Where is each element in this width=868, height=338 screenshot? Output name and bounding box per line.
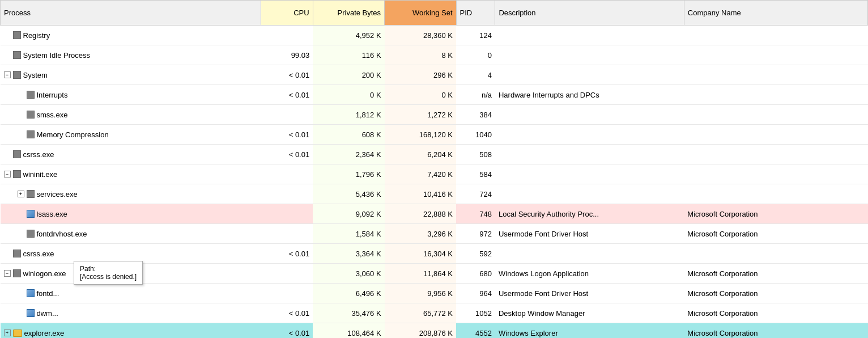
process-name-cell: dwm...	[1, 303, 261, 323]
process-icon	[13, 150, 21, 158]
table-row[interactable]: lsass.exe 9,092 K22,888 K748Local Securi…	[1, 204, 868, 224]
working-set-cell: 8 K	[385, 45, 456, 65]
private-bytes-cell: 1,796 K	[313, 164, 384, 184]
header-working-set[interactable]: Working Set	[385, 1, 456, 26]
table-row[interactable]: fontd... 6,496 K9,956 K964Usermode Font …	[1, 284, 868, 303]
process-icon	[13, 71, 21, 79]
process-icon-blue	[27, 289, 35, 297]
table-row[interactable]: + services.exe 5,436 K10,416 K724	[1, 184, 868, 204]
table-row[interactable]: Registry 4,952 K28,360 K124	[1, 26, 868, 45]
process-name-text: Registry	[23, 31, 50, 40]
process-name-cell: − System	[1, 65, 261, 85]
process-icon	[13, 31, 21, 39]
header-desc-label: Description	[499, 9, 535, 17]
expand-button[interactable]: +	[4, 329, 11, 336]
cpu-cell	[261, 224, 313, 244]
table-row[interactable]: + explorer.exe < 0.01108,464 K208,876 K4…	[1, 323, 868, 339]
private-bytes-cell: 1,584 K	[313, 224, 384, 244]
table-row[interactable]: System Idle Process 99.03116 K8 K0	[1, 45, 868, 65]
table-row[interactable]: Memory Compression < 0.01608 K168,120 K1…	[1, 125, 868, 145]
header-pid[interactable]: PID	[456, 1, 495, 26]
private-bytes-cell: 116 K	[313, 45, 384, 65]
private-bytes-cell: 3,364 K	[313, 244, 384, 264]
process-name-container: lsass.exe	[4, 210, 258, 218]
process-icon	[13, 51, 21, 59]
process-table-wrapper: Process CPU Private Bytes Working Set PI…	[0, 0, 868, 338]
cpu-cell: < 0.01	[261, 323, 313, 339]
pid-cell: 124	[456, 26, 495, 45]
expand-button[interactable]: +	[18, 191, 24, 197]
description-cell	[495, 244, 684, 264]
header-cpu[interactable]: CPU	[261, 1, 313, 26]
company-name-cell: Microsoft Corporation	[684, 323, 867, 339]
private-bytes-cell: 0 K	[313, 85, 384, 105]
process-name-text: dwm...	[37, 309, 58, 318]
pid-cell: 508	[456, 145, 495, 164]
process-icon-blue	[27, 210, 35, 218]
table-row[interactable]: Interrupts < 0.010 K0 Kn/aHardware Inter…	[1, 85, 868, 105]
process-name-cell: csrss.exe	[1, 244, 261, 264]
working-set-cell: 3,296 K	[385, 224, 456, 244]
description-cell: Usermode Font Driver Host	[495, 284, 684, 303]
process-name-text: Interrupts	[37, 91, 68, 99]
pid-cell: 584	[456, 164, 495, 184]
process-name-text: winlogon.exe	[23, 269, 66, 278]
pid-cell: 0	[456, 45, 495, 65]
process-icon	[27, 91, 35, 99]
private-bytes-cell: 1,812 K	[313, 105, 384, 125]
table-row[interactable]: − wininit.exe 1,796 K7,420 K584	[1, 164, 868, 184]
process-name-cell: csrss.exe	[1, 145, 261, 164]
process-name-cell: Registry	[1, 26, 261, 45]
process-icon	[13, 250, 21, 257]
table-row[interactable]: dwm... < 0.0135,476 K65,772 K1052Desktop…	[1, 303, 868, 323]
private-bytes-cell: 2,364 K	[313, 145, 384, 164]
company-name-cell	[684, 26, 867, 45]
process-icon	[27, 111, 35, 119]
table-row[interactable]: csrss.exe < 0.012,364 K6,204 K508	[1, 145, 868, 164]
process-name-cell: System Idle Process	[1, 45, 261, 65]
process-name-cell: lsass.exe	[1, 204, 261, 224]
header-cpu-label: CPU	[293, 9, 309, 17]
table-row[interactable]: − System < 0.01200 K296 K4	[1, 65, 868, 85]
process-name-text: System	[23, 71, 48, 79]
table-row[interactable]: smss.exe 1,812 K1,272 K384	[1, 105, 868, 125]
table-row[interactable]: − winlogon.exe 3,060 K11,864 K680Windows…	[1, 264, 868, 284]
header-process[interactable]: Process	[1, 1, 261, 26]
working-set-cell: 65,772 K	[385, 303, 456, 323]
table-row[interactable]: csrss.exe < 0.013,364 K16,304 K592	[1, 244, 868, 264]
process-name-cell: − wininit.exe	[1, 164, 261, 184]
header-private-bytes[interactable]: Private Bytes	[313, 1, 384, 26]
cpu-cell	[261, 26, 313, 45]
pid-cell: n/a	[456, 85, 495, 105]
company-name-cell	[684, 65, 867, 85]
working-set-cell: 1,272 K	[385, 105, 456, 125]
private-bytes-cell: 6,496 K	[313, 284, 384, 303]
table-row[interactable]: fontdrvhost.exe 1,584 K3,296 K972Usermod…	[1, 224, 868, 244]
description-cell	[495, 164, 684, 184]
pid-cell: 384	[456, 105, 495, 125]
process-name-text: csrss.exe	[23, 250, 54, 258]
working-set-cell: 6,204 K	[385, 145, 456, 164]
process-name-text: wininit.exe	[23, 170, 58, 179]
private-bytes-cell: 108,464 K	[313, 323, 384, 339]
expand-button[interactable]: −	[4, 171, 11, 178]
pid-cell: 748	[456, 204, 495, 224]
header-description[interactable]: Description	[495, 1, 684, 26]
expand-button[interactable]: −	[4, 71, 11, 78]
process-name-container: − wininit.exe	[4, 170, 258, 179]
pid-cell: 592	[456, 244, 495, 264]
header-company-name[interactable]: Company Name	[684, 1, 867, 26]
private-bytes-cell: 4,952 K	[313, 26, 384, 45]
private-bytes-cell: 200 K	[313, 65, 384, 85]
private-bytes-cell: 9,092 K	[313, 204, 384, 224]
working-set-cell: 7,420 K	[385, 164, 456, 184]
process-name-cell: Interrupts	[1, 85, 261, 105]
description-cell: Usermode Font Driver Host	[495, 224, 684, 244]
process-name-cell: Memory Compression	[1, 125, 261, 145]
company-name-cell	[684, 105, 867, 125]
process-name-cell: fontdrvhost.exe	[1, 224, 261, 244]
expand-button[interactable]: −	[4, 270, 11, 277]
pid-cell: 964	[456, 284, 495, 303]
process-name-container: smss.exe	[4, 111, 258, 119]
working-set-cell: 28,360 K	[385, 26, 456, 45]
